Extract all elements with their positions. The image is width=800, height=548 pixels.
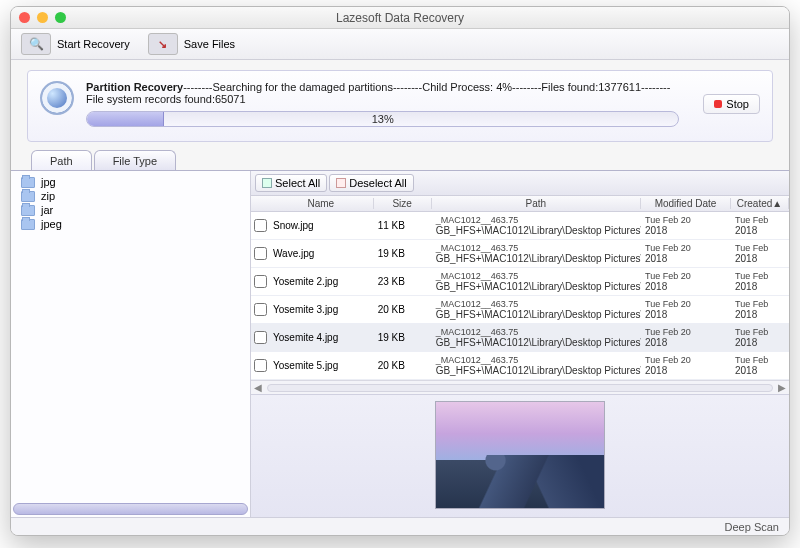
sidebar: jpgzipjarjpeg — [11, 171, 251, 517]
cell-name: Yosemite 2.jpg — [269, 276, 374, 287]
table-row[interactable]: Wave.jpg19 KB_MAC1012__463.75GB_HFS+\MAC… — [251, 240, 789, 268]
table-header: Name Size Path Modified Date Created ▲ — [251, 196, 789, 212]
table-row[interactable]: Yosemite 3.jpg20 KB_MAC1012__463.75GB_HF… — [251, 296, 789, 324]
scroll-left-icon[interactable]: ◀ — [253, 382, 263, 393]
row-checkbox[interactable] — [254, 247, 267, 260]
action-bar: Select All Deselect All — [251, 171, 789, 196]
recovery-icon — [21, 33, 51, 55]
tab-path[interactable]: Path — [31, 150, 92, 170]
row-checkbox[interactable] — [254, 275, 267, 288]
table-row[interactable]: Yosemite 4.jpg19 KB_MAC1012__463.75GB_HF… — [251, 324, 789, 352]
preview-image — [435, 401, 605, 509]
cell-modified: Tue Feb 202018 — [641, 299, 731, 321]
cell-name: Wave.jpg — [269, 248, 374, 259]
row-checkbox[interactable] — [254, 303, 267, 316]
folder-icon — [21, 177, 35, 188]
sidebar-item-jpg[interactable]: jpg — [15, 175, 246, 189]
horizontal-scrollbar[interactable]: ◀ ▶ — [251, 380, 789, 394]
col-path[interactable]: Path — [432, 198, 641, 209]
cell-size: 20 KB — [374, 304, 432, 315]
cell-size: 23 KB — [374, 276, 432, 287]
cell-size: 19 KB — [374, 332, 432, 343]
deselect-all-label: Deselect All — [349, 177, 406, 189]
table-row[interactable]: Yosemite 5.jpg20 KB_MAC1012__463.75GB_HF… — [251, 352, 789, 380]
table-row[interactable]: Snow.jpg11 KB_MAC1012__463.75GB_HFS+\MAC… — [251, 212, 789, 240]
cell-created: Tue Feb2018 — [731, 215, 789, 237]
cell-modified: Tue Feb 202018 — [641, 215, 731, 237]
stop-label: Stop — [726, 98, 749, 110]
col-size[interactable]: Size — [374, 198, 432, 209]
cell-path: _MAC1012__463.75GB_HFS+\MAC1012\Library\… — [432, 271, 641, 293]
scroll-track[interactable] — [267, 384, 773, 392]
tabs: Path File Type — [11, 150, 789, 170]
cell-modified: Tue Feb 202018 — [641, 355, 731, 377]
tab-file-type[interactable]: File Type — [94, 150, 176, 170]
preview-pane — [251, 394, 789, 517]
cell-modified: Tue Feb 202018 — [641, 271, 731, 293]
sidebar-item-label: jar — [41, 204, 53, 216]
cell-size: 19 KB — [374, 248, 432, 259]
select-all-button[interactable]: Select All — [255, 174, 327, 192]
cell-name: Yosemite 3.jpg — [269, 304, 374, 315]
table-body: Snow.jpg11 KB_MAC1012__463.75GB_HFS+\MAC… — [251, 212, 789, 380]
save-icon — [148, 33, 178, 55]
start-recovery-button[interactable]: Start Recovery — [21, 33, 130, 55]
col-created[interactable]: Created ▲ — [731, 198, 789, 209]
row-checkbox[interactable] — [254, 331, 267, 344]
toolbar: Start Recovery Save Files — [11, 29, 789, 60]
cell-name: Yosemite 4.jpg — [269, 332, 374, 343]
row-checkbox[interactable] — [254, 359, 267, 372]
disk-icon — [40, 81, 74, 115]
col-modified[interactable]: Modified Date — [641, 198, 731, 209]
cell-created: Tue Feb2018 — [731, 243, 789, 265]
col-name[interactable]: Name — [269, 198, 374, 209]
status-text: Partition Recovery--------Searching for … — [86, 81, 679, 127]
table-row[interactable]: Yosemite 2.jpg23 KB_MAC1012__463.75GB_HF… — [251, 268, 789, 296]
status-mode: Deep Scan — [725, 521, 779, 533]
deselect-all-button[interactable]: Deselect All — [329, 174, 413, 192]
folder-icon — [21, 219, 35, 230]
cell-modified: Tue Feb 202018 — [641, 243, 731, 265]
stop-button[interactable]: Stop — [703, 94, 760, 114]
cell-path: _MAC1012__463.75GB_HFS+\MAC1012\Library\… — [432, 243, 641, 265]
start-recovery-label: Start Recovery — [57, 38, 130, 50]
sidebar-scrollbar[interactable] — [13, 503, 248, 515]
cell-created: Tue Feb2018 — [731, 299, 789, 321]
sidebar-item-jar[interactable]: jar — [15, 203, 246, 217]
select-all-label: Select All — [275, 177, 320, 189]
sidebar-item-label: zip — [41, 190, 55, 202]
status-bar: Deep Scan — [11, 517, 789, 535]
cell-name: Yosemite 5.jpg — [269, 360, 374, 371]
row-checkbox[interactable] — [254, 219, 267, 232]
cell-created: Tue Feb2018 — [731, 355, 789, 377]
cell-path: _MAC1012__463.75GB_HFS+\MAC1012\Library\… — [432, 215, 641, 237]
cell-modified: Tue Feb 202018 — [641, 327, 731, 349]
status-card: Partition Recovery--------Searching for … — [27, 70, 773, 142]
progress-label: 13% — [87, 112, 678, 126]
progress-bar: 13% — [86, 111, 679, 127]
cell-name: Snow.jpg — [269, 220, 374, 231]
sidebar-item-zip[interactable]: zip — [15, 189, 246, 203]
cell-size: 20 KB — [374, 360, 432, 371]
save-files-label: Save Files — [184, 38, 235, 50]
main: jpgzipjarjpeg Select All Deselect All Na… — [11, 170, 789, 517]
sidebar-list: jpgzipjarjpeg — [11, 171, 250, 501]
app-window: Lazesoft Data Recovery Start Recovery Sa… — [10, 6, 790, 536]
cell-path: _MAC1012__463.75GB_HFS+\MAC1012\Library\… — [432, 355, 641, 377]
cell-path: _MAC1012__463.75GB_HFS+\MAC1012\Library\… — [432, 299, 641, 321]
sidebar-item-jpeg[interactable]: jpeg — [15, 217, 246, 231]
folder-icon — [21, 191, 35, 202]
sidebar-item-label: jpg — [41, 176, 56, 188]
status-heading: Partition Recovery — [86, 81, 183, 93]
sort-icon: ▲ — [772, 198, 782, 209]
folder-icon — [21, 205, 35, 216]
select-all-icon — [262, 178, 272, 188]
window-title: Lazesoft Data Recovery — [11, 11, 789, 25]
cell-created: Tue Feb2018 — [731, 327, 789, 349]
sidebar-item-label: jpeg — [41, 218, 62, 230]
cell-created: Tue Feb2018 — [731, 271, 789, 293]
scroll-right-icon[interactable]: ▶ — [777, 382, 787, 393]
deselect-all-icon — [336, 178, 346, 188]
save-files-button[interactable]: Save Files — [148, 33, 235, 55]
stop-icon — [714, 100, 722, 108]
